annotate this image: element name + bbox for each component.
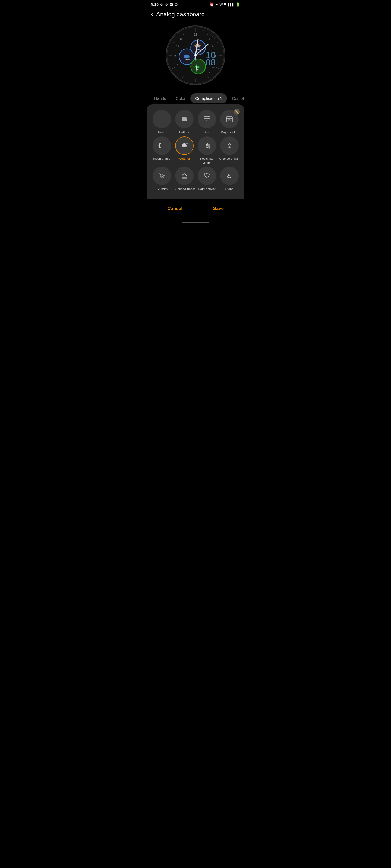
- status-left: 5:10 ⊙ ⊙ 🖼 ⬡: [151, 2, 177, 6]
- date-icon: 28: [203, 115, 211, 123]
- svg-line-81: [187, 143, 188, 143]
- option-chance-rain[interactable]: Chance of rain: [219, 136, 240, 165]
- option-daily-activity[interactable]: Daily activity: [196, 166, 218, 191]
- svg-text:8: 8: [177, 63, 178, 66]
- options-panel: None Battery 28: [147, 104, 244, 198]
- option-weather-label: Weather: [178, 157, 190, 161]
- rain-icon: [225, 142, 233, 150]
- svg-text:10: 10: [176, 45, 179, 48]
- option-steps[interactable]: Steps: [219, 166, 240, 191]
- option-moon-circle: [152, 136, 171, 155]
- status-bar: 5:10 ⊙ ⊙ 🖼 ⬡ ⏰ ✦ WiFi ▌▌▌ 🔋: [147, 0, 244, 8]
- page-title: Analog dashboard: [156, 11, 205, 18]
- bluetooth-icon: ✦: [215, 2, 218, 6]
- svg-text:12: 12: [194, 33, 197, 36]
- weather-icon: [180, 141, 189, 150]
- uv-icon: UV: [158, 172, 166, 180]
- home-bar: [182, 222, 209, 223]
- battery-icon: [180, 115, 188, 123]
- svg-line-86: [207, 147, 208, 148]
- cancel-button[interactable]: Cancel: [157, 204, 193, 214]
- option-feels-like[interactable]: Feels like temp.: [196, 136, 218, 165]
- option-sunrise-label: Sunrise/Sunset: [174, 187, 195, 191]
- option-rain-circle: [220, 136, 239, 155]
- steps-icon: [225, 172, 233, 180]
- option-weather-circle: [175, 136, 194, 155]
- gallery-icon: 🖼: [169, 2, 173, 6]
- bottom-bar: Cancel Save: [147, 198, 244, 220]
- svg-point-78: [186, 143, 187, 144]
- daily-activity-icon: [203, 172, 211, 180]
- svg-text:1: 1: [202, 36, 204, 39]
- svg-point-82: [206, 143, 208, 145]
- option-none-label: None: [158, 130, 166, 134]
- svg-rect-36: [189, 56, 190, 58]
- wifi-icon: WiFi: [220, 2, 227, 6]
- option-none[interactable]: None: [151, 110, 172, 134]
- svg-text:3: 3: [212, 45, 214, 48]
- svg-text:28: 28: [205, 119, 208, 122]
- option-day-counter-circle: D ✏: [220, 110, 239, 128]
- option-uv-label: UV index: [155, 187, 168, 191]
- option-day-counter[interactable]: D ✏ Day counter: [219, 110, 240, 134]
- pencil-badge-icon: ✏: [234, 109, 240, 114]
- svg-text:11: 11: [180, 37, 183, 40]
- option-sunrise[interactable]: Sunrise/Sunset: [173, 166, 195, 191]
- option-steps-circle: [220, 166, 239, 185]
- spotify2-icon: ⊙: [165, 2, 168, 6]
- feels-like-icon: [203, 142, 211, 150]
- tab-complication2[interactable]: Complic...: [227, 93, 244, 103]
- moon-icon: [158, 142, 166, 150]
- option-date-label: Date: [203, 130, 210, 134]
- option-battery[interactable]: Battery: [173, 110, 195, 134]
- signal-icon: ▌▌▌: [228, 3, 234, 6]
- svg-point-90: [229, 146, 230, 147]
- option-activity-circle: [198, 166, 216, 185]
- svg-point-60: [194, 54, 197, 56]
- tab-complication1[interactable]: Complication 1: [190, 93, 227, 103]
- svg-text:D: D: [228, 119, 230, 122]
- svg-rect-63: [182, 118, 186, 121]
- option-battery-circle: [175, 110, 194, 128]
- option-steps-label: Steps: [225, 187, 233, 191]
- option-uv[interactable]: UV UV index: [151, 166, 172, 191]
- svg-text:100%: 100%: [185, 58, 190, 61]
- option-activity-label: Daily activity: [198, 187, 216, 191]
- option-weather[interactable]: Weather: [173, 136, 195, 165]
- cube-icon: ⬡: [175, 2, 177, 6]
- sunrise-icon: [180, 172, 189, 180]
- day-counter-icon: D: [225, 115, 233, 123]
- svg-line-96: [159, 174, 160, 174]
- option-moon-phase[interactable]: Moon phase: [151, 136, 172, 165]
- alarm-icon: ⏰: [210, 2, 214, 6]
- save-button[interactable]: Save: [202, 204, 234, 214]
- svg-line-98: [164, 174, 164, 174]
- option-uv-circle: UV: [152, 166, 171, 185]
- status-right: ⏰ ✦ WiFi ▌▌▌ 🔋: [210, 2, 240, 6]
- svg-text:am: am: [212, 66, 215, 69]
- svg-line-97: [164, 178, 164, 178]
- watch-face: 12 3 6 9 2 3 11 10 8 7 5 4 1 100%: [166, 26, 225, 85]
- tab-hands[interactable]: Hands: [149, 93, 171, 103]
- spotify1-icon: ⊙: [160, 2, 163, 6]
- battery-icon: 🔋: [236, 2, 240, 6]
- watch-preview: 12 3 6 9 2 3 11 10 8 7 5 4 1 100%: [147, 20, 244, 93]
- options-grid: None Battery 28: [151, 110, 240, 191]
- back-button[interactable]: ‹: [151, 11, 153, 18]
- tab-bar: Hands Color Complication 1 Complic...: [147, 93, 244, 103]
- tab-color[interactable]: Color: [171, 93, 190, 103]
- svg-rect-89: [209, 145, 210, 148]
- svg-line-102: [186, 174, 186, 175]
- status-time: 5:10: [151, 2, 159, 6]
- option-date[interactable]: 28 Date: [196, 110, 218, 134]
- option-sunrise-circle: [175, 166, 194, 185]
- svg-text:5: 5: [208, 70, 210, 73]
- option-none-circle: [152, 110, 171, 128]
- option-rain-label: Chance of rain: [219, 157, 240, 161]
- option-day-counter-label: Day counter: [221, 130, 238, 134]
- svg-line-99: [159, 178, 160, 178]
- option-battery-label: Battery: [179, 130, 189, 134]
- svg-rect-38: [185, 55, 189, 58]
- option-feels-label: Feels like temp.: [196, 157, 218, 165]
- svg-point-77: [182, 145, 187, 147]
